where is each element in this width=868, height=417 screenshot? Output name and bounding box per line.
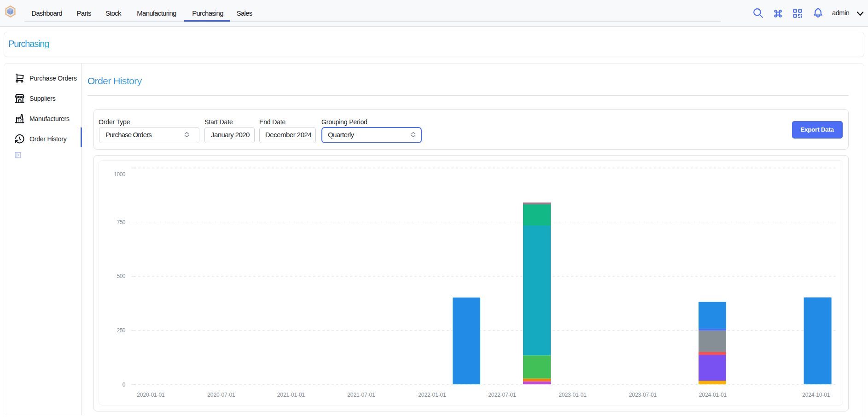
svg-text:2020-01-01: 2020-01-01 [137, 392, 165, 398]
svg-text:1000: 1000 [114, 171, 126, 178]
svg-text:750: 750 [117, 219, 125, 226]
svg-text:2023-07-01: 2023-07-01 [629, 392, 657, 398]
svg-text:2020-07-01: 2020-07-01 [207, 392, 235, 398]
svg-text:2021-01-01: 2021-01-01 [277, 392, 305, 398]
svg-text:2024-10-01: 2024-10-01 [802, 392, 830, 398]
svg-text:2022-07-01: 2022-07-01 [488, 392, 516, 398]
svg-text:500: 500 [117, 273, 125, 279]
svg-text:2022-01-01: 2022-01-01 [418, 392, 446, 398]
svg-text:2021-07-01: 2021-07-01 [347, 392, 375, 398]
svg-text:0: 0 [122, 382, 126, 388]
svg-text:250: 250 [117, 327, 125, 334]
svg-text:2024-01-01: 2024-01-01 [699, 392, 727, 398]
svg-text:2023-01-01: 2023-01-01 [559, 392, 587, 398]
